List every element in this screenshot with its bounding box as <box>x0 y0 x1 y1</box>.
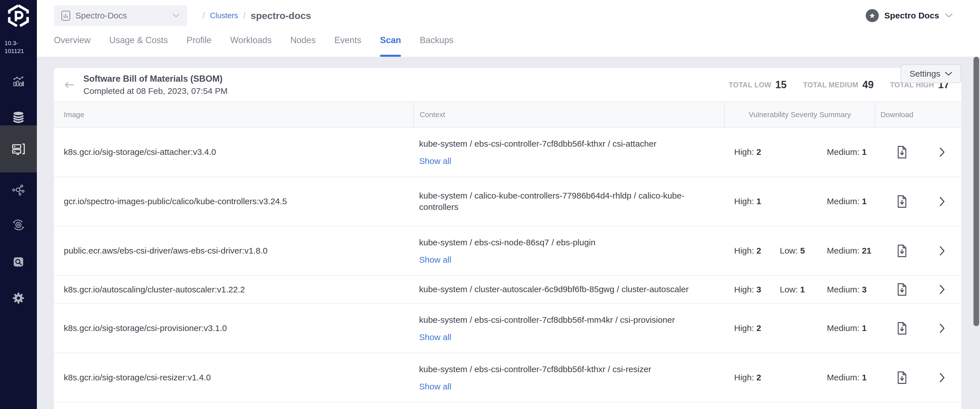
file-download-icon <box>897 195 907 208</box>
app-version: 10.3-101121 <box>0 39 37 55</box>
project-selector[interactable]: Spectro-Docs <box>54 5 187 26</box>
severity-summary-cell: High: 2 Medium: 1 <box>724 304 875 353</box>
sbom-table-body: k8s.gcr.io/sig-storage/csi-attacher:v3.4… <box>54 127 961 403</box>
context-text: kube-system / cluster-autoscaler-6c9d9bf… <box>419 283 705 295</box>
column-header-image: Image <box>54 102 413 127</box>
image-cell: gcr.io/spectro-images-public/calico/kube… <box>54 177 413 226</box>
tab-overview[interactable]: Overview <box>54 31 91 57</box>
sbom-card: Software Bill of Materials (SBOM) Comple… <box>54 68 961 409</box>
breadcrumb: / Clusters / spectro-docs <box>202 10 311 21</box>
chevron-right-icon <box>939 147 945 157</box>
severity-summary-cell: High: 2 Medium: 1 <box>724 127 875 177</box>
breadcrumb-clusters-link[interactable]: Clusters <box>210 11 238 20</box>
arrow-left-icon <box>64 81 74 89</box>
sbom-header: Software Bill of Materials (SBOM) Comple… <box>54 68 961 102</box>
tab-usage-costs[interactable]: Usage & Costs <box>109 31 168 57</box>
chevron-down-icon <box>172 13 180 18</box>
project-icon <box>61 11 70 21</box>
tenant-menu[interactable]: ★ Spectro Docs <box>866 9 980 22</box>
image-cell: k8s.gcr.io/autoscaling/cluster-autoscale… <box>54 276 413 303</box>
image-cell: k8s.gcr.io/sig-storage/csi-provisioner:v… <box>54 304 413 353</box>
context-text: kube-system / calico-kube-controllers-77… <box>419 190 705 213</box>
severity-summary-cell: High: 2 Medium: 1 <box>724 353 875 402</box>
chevron-right-icon <box>939 285 945 294</box>
row-expand-chevron[interactable] <box>939 147 945 157</box>
download-sbom-button[interactable] <box>897 146 907 159</box>
sidebar-item-clusters[interactable] <box>0 126 37 172</box>
row-expand-chevron[interactable] <box>939 246 945 256</box>
back-button[interactable] <box>61 77 77 93</box>
chevron-right-icon <box>939 323 945 333</box>
tab-scan[interactable]: Scan <box>380 31 401 57</box>
workspaces-icon <box>12 183 25 197</box>
severity-medium: Medium: 3 <box>827 285 867 294</box>
image-cell: public.ecr.aws/ebs-csi-driver/aws-ebs-cs… <box>54 226 413 275</box>
download-sbom-button[interactable] <box>897 322 907 335</box>
tenant-avatar-star-icon: ★ <box>866 9 879 22</box>
total-medium: TOTAL MEDIUM 49 <box>803 79 873 91</box>
row-expand-chevron[interactable] <box>939 373 945 383</box>
row-expand-chevron[interactable] <box>939 323 945 333</box>
sidebar-item-workspaces[interactable] <box>0 172 37 208</box>
chevron-down-icon <box>945 72 952 76</box>
severity-medium: Medium: 21 <box>827 246 872 256</box>
row-expand-chevron[interactable] <box>939 285 945 294</box>
cluster-profiles-icon <box>12 110 25 124</box>
table-row[interactable]: k8s.gcr.io/autoscaling/cluster-autoscale… <box>54 276 961 304</box>
tab-workloads[interactable]: Workloads <box>230 31 272 57</box>
table-row[interactable]: k8s.gcr.io/sig-storage/csi-provisioner:v… <box>54 304 961 353</box>
severity-summary-cell: High: 1 Medium: 1 <box>724 177 875 226</box>
chevron-right-icon <box>939 373 945 383</box>
main-content: Software Bill of Materials (SBOM) Comple… <box>37 57 980 409</box>
file-download-icon <box>897 322 907 335</box>
sidebar: 10.3-101121 <box>0 0 37 409</box>
column-header-context: Context <box>413 102 724 127</box>
download-sbom-button[interactable] <box>897 371 907 384</box>
sidebar-item-system[interactable] <box>0 207 37 243</box>
severity-medium: Medium: 1 <box>827 147 867 157</box>
scan-completed-timestamp: Completed at 08 Feb, 2023, 07:54 PM <box>83 86 228 96</box>
severity-medium: Medium: 1 <box>827 197 867 206</box>
cluster-tabs: Overview Usage & Costs Profile Workloads… <box>37 31 980 57</box>
chevron-right-icon <box>939 197 945 207</box>
tab-backups[interactable]: Backups <box>420 31 453 57</box>
show-all-link[interactable]: Show all <box>419 156 451 166</box>
severity-medium: Medium: 1 <box>827 323 867 333</box>
sidebar-item-settings[interactable] <box>0 280 37 317</box>
palette-logo[interactable] <box>0 0 37 29</box>
file-download-icon <box>897 245 907 257</box>
clusters-icon <box>11 142 25 156</box>
tab-events[interactable]: Events <box>334 31 361 57</box>
file-download-icon <box>897 371 907 384</box>
palette-logo-icon <box>6 4 30 29</box>
show-all-link[interactable]: Show all <box>419 333 451 342</box>
breadcrumb-separator: / <box>202 11 205 21</box>
vertical-scrollbar[interactable] <box>974 57 979 326</box>
column-header-download: Download <box>875 102 961 127</box>
severity-high: High: 2 <box>734 246 780 256</box>
severity-high: High: 2 <box>734 147 780 157</box>
settings-gear-icon <box>12 291 25 305</box>
show-all-link[interactable]: Show all <box>419 382 451 391</box>
severity-summary-cell: High: 2 Low: 5 Medium: 21 <box>724 226 875 275</box>
sidebar-item-audit-logs[interactable] <box>0 243 37 280</box>
table-row[interactable]: k8s.gcr.io/sig-storage/csi-resizer:v1.4.… <box>54 353 961 403</box>
total-low: TOTAL LOW 15 <box>729 79 787 91</box>
tab-nodes[interactable]: Nodes <box>290 31 316 57</box>
row-expand-chevron[interactable] <box>939 197 945 207</box>
context-text: kube-system / ebs-csi-controller-7cf8dbb… <box>419 138 705 150</box>
download-sbom-button[interactable] <box>897 195 907 208</box>
severity-high: High: 2 <box>734 373 780 382</box>
tenant-name: Spectro Docs <box>885 11 939 21</box>
dashboard-icon <box>12 75 25 88</box>
table-row[interactable]: public.ecr.aws/ebs-csi-driver/aws-ebs-cs… <box>54 226 961 276</box>
download-sbom-button[interactable] <box>897 283 907 296</box>
download-sbom-button[interactable] <box>897 245 907 257</box>
show-all-link[interactable]: Show all <box>419 255 451 265</box>
system-icon <box>12 218 25 232</box>
tab-profile[interactable]: Profile <box>186 31 212 57</box>
settings-button[interactable]: Settings <box>900 64 961 83</box>
sidebar-item-dashboard[interactable] <box>0 63 37 100</box>
table-row[interactable]: k8s.gcr.io/sig-storage/csi-attacher:v3.4… <box>54 127 961 177</box>
table-row[interactable]: gcr.io/spectro-images-public/calico/kube… <box>54 177 961 226</box>
